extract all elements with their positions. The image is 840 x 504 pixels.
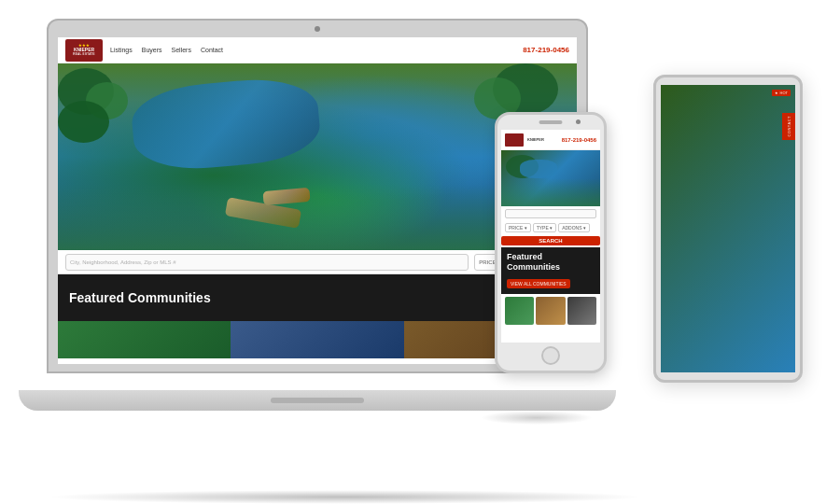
phone-logo (505, 133, 524, 147)
laptop-camera (315, 26, 320, 32)
phone-featured-title: Featured Communities (507, 252, 595, 273)
phone-community-images (501, 294, 600, 328)
nav-contact[interactable]: Contact (201, 47, 223, 53)
phone-shadow (481, 411, 593, 425)
phone-type-btn[interactable]: TYPE ▾ (533, 223, 556, 232)
community-card-1[interactable] (58, 321, 231, 358)
phone-search[interactable] (501, 206, 600, 221)
phone-search-button[interactable]: SEARCH (501, 236, 600, 245)
phone-screen: KNIEPER 817-219-0456 PRICE ▾ TYPE (501, 130, 600, 343)
phone-filter-row: PRICE ▾ TYPE ▾ ADDONS ▾ (501, 221, 600, 234)
phone-search-input[interactable] (505, 209, 596, 218)
featured-title: Featured Communities (69, 290, 211, 305)
nav-sellers[interactable]: Sellers (172, 47, 191, 53)
search-placeholder: City, Neighborhood, Address, Zip or MLS … (70, 259, 176, 265)
phone-site-header: KNIEPER 817-219-0456 (501, 130, 600, 150)
nav-buyers[interactable]: Buyers (142, 47, 162, 53)
laptop-base (19, 390, 616, 411)
logo-text: ★★★ KNIEPER REAL ESTATE (73, 44, 95, 56)
phone-comm-img-2[interactable] (536, 297, 565, 325)
phone-number: 817-219-0456 (562, 137, 596, 143)
phone-comm-img-1[interactable] (505, 297, 534, 325)
phone-view-all-btn[interactable]: VIEW ALL COMMUNITIES (507, 279, 570, 288)
site-logo: ★★★ KNIEPER REAL ESTATE (65, 39, 103, 62)
community-card-2[interactable] (231, 321, 403, 358)
phone-body: KNIEPER 817-219-0456 PRICE ▾ TYPE (495, 112, 607, 373)
tablet-contact-bar[interactable]: CONTACT (782, 113, 795, 140)
nav-listings[interactable]: Listings (110, 47, 133, 53)
phone-home-button[interactable] (541, 346, 560, 365)
tablet-hero: ★ HOT (661, 102, 795, 167)
search-input-field[interactable]: City, Neighborhood, Address, Zip or MLS … (65, 254, 469, 271)
phone-speaker (539, 120, 563, 124)
tablet-device: Listings Buyers Sellers ★ HOT SEARCH (653, 75, 803, 383)
phone-hero (501, 150, 600, 206)
tablet-screen: Listings Buyers Sellers ★ HOT SEARCH (661, 85, 795, 372)
contact-label: CONTACT (787, 116, 791, 137)
phone-device: KNIEPER 817-219-0456 PRICE ▾ TYPE (495, 112, 607, 373)
phone-camera-dot (576, 119, 581, 124)
site-phone: 817-219-0456 (523, 46, 569, 54)
phone-comm-img-3[interactable] (567, 297, 596, 325)
tablet-body: Listings Buyers Sellers ★ HOT SEARCH (653, 75, 803, 383)
phone-featured-section: Featured Communities VIEW ALL COMMUNITIE… (501, 247, 600, 294)
phone-addons-btn[interactable]: ADDONS ▾ (558, 223, 590, 232)
phone-price-btn[interactable]: PRICE ▾ (505, 223, 531, 232)
laptop-shadow (47, 490, 644, 504)
site-header: ★★★ KNIEPER REAL ESTATE Listings Buyers … (58, 37, 577, 63)
site-nav[interactable]: Listings Buyers Sellers Contact (110, 47, 523, 53)
scene: ★★★ KNIEPER REAL ESTATE Listings Buyers … (0, 0, 840, 504)
